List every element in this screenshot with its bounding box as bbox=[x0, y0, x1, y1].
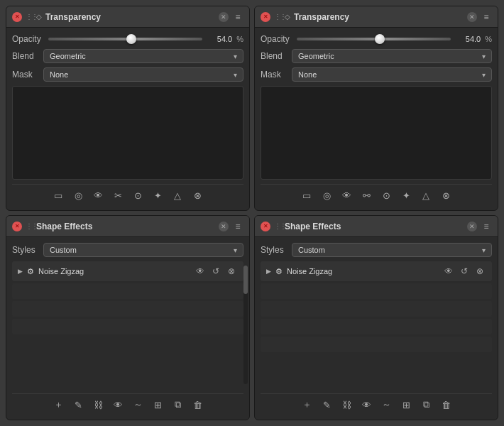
se-edit-icon-left[interactable]: ✎ bbox=[70, 397, 86, 413]
mask-select-right[interactable]: None ▾ bbox=[292, 67, 492, 82]
mask-select-left[interactable]: None ▾ bbox=[43, 67, 243, 82]
se-wave-icon-left[interactable]: ～ bbox=[130, 397, 146, 413]
se-toolbar-left: ＋ ✎ ⛓ 👁 ～ ⊞ ⧉ 🗑 bbox=[12, 393, 243, 414]
se-toolbar-right: ＋ ✎ ⛓ 👁 ～ ⊞ ⧉ 🗑 bbox=[261, 393, 492, 414]
tool-sun-icon[interactable]: ✦ bbox=[150, 187, 165, 203]
close-button-right[interactable]: ✕ bbox=[261, 12, 270, 22]
slider-thumb-right[interactable] bbox=[375, 34, 385, 44]
effect-reset-left[interactable]: ↺ bbox=[209, 265, 222, 278]
effect-eye-left[interactable]: 👁 bbox=[194, 265, 207, 278]
se-add2-icon-left[interactable]: ⊞ bbox=[150, 397, 165, 413]
effect-remove-left[interactable]: ⊗ bbox=[225, 265, 238, 278]
panel-close-x-right[interactable]: ✕ bbox=[467, 12, 477, 22]
tool-x2-icon-r[interactable]: ⊗ bbox=[438, 187, 454, 203]
effect-reset-right[interactable]: ↺ bbox=[458, 265, 471, 278]
tool-dot2-icon-r[interactable]: ⊙ bbox=[378, 187, 394, 203]
tool-scissors-icon[interactable]: ✂ bbox=[110, 187, 126, 203]
se-copy-icon-left[interactable]: ⧉ bbox=[170, 397, 185, 413]
tool-sun2-icon-r[interactable]: ✦ bbox=[398, 187, 414, 203]
effect-expand-left[interactable]: ▶ bbox=[18, 268, 23, 275]
opacity-pct-left: % bbox=[236, 35, 243, 43]
tool-eye-icon[interactable]: 👁 bbox=[90, 187, 106, 203]
panel-menu-left[interactable]: ≡ bbox=[232, 11, 243, 23]
slider-track-right bbox=[297, 38, 451, 40]
se-trash-icon-left[interactable]: 🗑 bbox=[190, 397, 205, 413]
mask-value-left: None bbox=[50, 70, 68, 79]
mask-row-left: Mask None ▾ bbox=[12, 67, 243, 82]
styles-label-right: Styles bbox=[261, 245, 287, 255]
styles-value-right: Custom bbox=[298, 246, 325, 254]
opacity-value-left: 54.0 bbox=[207, 35, 232, 43]
empty-rows-right bbox=[261, 283, 492, 389]
scrollbar-left[interactable] bbox=[243, 266, 248, 384]
se-link-icon-right[interactable]: ⛓ bbox=[339, 397, 354, 413]
tool-circle-icon-r[interactable]: ◎ bbox=[319, 187, 334, 203]
tool-triangle-icon[interactable]: △ bbox=[170, 187, 185, 203]
empty-row-4-right bbox=[261, 337, 492, 352]
styles-select-right[interactable]: Custom ▾ bbox=[292, 243, 492, 257]
blend-row-left: Blend Geometric ▾ bbox=[12, 49, 243, 63]
panel-close-x-left[interactable]: ✕ bbox=[219, 12, 229, 22]
se-panel-close-x-right[interactable]: ✕ bbox=[467, 222, 477, 231]
opacity-row-right: Opacity 54.0 % bbox=[261, 33, 492, 45]
shape-effects-title-left: Shape Effects bbox=[36, 222, 215, 231]
effect-name-left: Noise Zigzag bbox=[38, 267, 190, 275]
styles-arrow-left: ▾ bbox=[234, 246, 237, 254]
blend-select-right[interactable]: Geometric ▾ bbox=[292, 49, 492, 63]
se-add2-icon-right[interactable]: ⊞ bbox=[398, 397, 414, 413]
se-wave-icon-right[interactable]: ～ bbox=[378, 397, 394, 413]
effects-list-left: ▶ ⚙ Noise Zigzag 👁 ↺ ⊗ bbox=[12, 261, 243, 389]
tool-rect-icon[interactable]: ▭ bbox=[50, 187, 66, 203]
styles-select-left[interactable]: Custom ▾ bbox=[43, 243, 243, 257]
effect-eye-right[interactable]: 👁 bbox=[442, 265, 455, 278]
se-close-button-left[interactable]: ✕ bbox=[12, 222, 22, 231]
mask-arrow-left: ▾ bbox=[234, 71, 237, 79]
drag-handle-left: ⋮⋮ bbox=[26, 12, 33, 22]
close-button-left[interactable]: ✕ bbox=[12, 12, 22, 22]
styles-row-left: Styles Custom ▾ bbox=[12, 243, 243, 257]
scrollbar-thumb-left[interactable] bbox=[243, 266, 248, 294]
se-panel-close-x-left[interactable]: ✕ bbox=[219, 222, 229, 231]
se-copy-icon-right[interactable]: ⧉ bbox=[418, 397, 434, 413]
transparency-icon-right: ◇ bbox=[285, 13, 290, 21]
transparency-panel-right: ✕ ⋮⋮ ◇ Transparency ✕ ≡ Opacity 54.0 % B… bbox=[254, 6, 498, 211]
effect-expand-right[interactable]: ▶ bbox=[266, 268, 271, 275]
opacity-slider-left[interactable] bbox=[48, 33, 202, 45]
se-edit-icon-right[interactable]: ✎ bbox=[319, 397, 334, 413]
se-close-button-right[interactable]: ✕ bbox=[261, 222, 270, 231]
se-add-icon-left[interactable]: ＋ bbox=[50, 397, 66, 413]
shape-effects-header-right: ✕ ⋮⋮ Shape Effects ✕ ≡ bbox=[255, 216, 498, 237]
effects-list-right: ▶ ⚙ Noise Zigzag 👁 ↺ ⊗ bbox=[261, 261, 492, 389]
tool-eye-icon-r[interactable]: 👁 bbox=[339, 187, 354, 203]
se-panel-menu-left[interactable]: ≡ bbox=[232, 221, 243, 232]
shape-effects-title-right: Shape Effects bbox=[285, 222, 464, 231]
tool-triangle2-icon-r[interactable]: △ bbox=[418, 187, 434, 203]
blend-select-left[interactable]: Geometric ▾ bbox=[43, 49, 243, 63]
tool-rect-icon-r[interactable]: ▭ bbox=[299, 187, 314, 203]
effect-remove-right[interactable]: ⊗ bbox=[473, 265, 486, 278]
tool-circle-icon[interactable]: ◎ bbox=[70, 187, 86, 203]
se-eye-icon-left[interactable]: 👁 bbox=[110, 397, 126, 413]
effect-noise-icon-right: ⚙ bbox=[275, 267, 283, 276]
tool-x-icon[interactable]: ⊗ bbox=[190, 187, 205, 203]
opacity-slider-right[interactable] bbox=[297, 33, 451, 45]
opacity-row-left: Opacity 54.0 % bbox=[12, 33, 243, 45]
transparency-title-right: Transparency bbox=[294, 12, 464, 22]
se-link-icon-left[interactable]: ⛓ bbox=[90, 397, 106, 413]
se-trash-icon-right[interactable]: 🗑 bbox=[438, 397, 454, 413]
mask-arrow-right: ▾ bbox=[482, 71, 486, 79]
transparency-preview-left bbox=[12, 86, 243, 180]
opacity-value-right: 54.0 bbox=[455, 35, 481, 43]
se-drag-handle-left: ⋮⋮ bbox=[26, 222, 33, 231]
panel-menu-right[interactable]: ≡ bbox=[481, 11, 492, 23]
tool-dot-icon[interactable]: ⊙ bbox=[130, 187, 146, 203]
empty-row-3-left bbox=[12, 319, 243, 334]
shape-effects-panel-right: ✕ ⋮⋮ Shape Effects ✕ ≡ Styles Custom ▾ ▶… bbox=[254, 215, 498, 420]
se-add-icon-right[interactable]: ＋ bbox=[299, 397, 314, 413]
tool-link-icon-r[interactable]: ⚯ bbox=[358, 187, 374, 203]
se-panel-menu-right[interactable]: ≡ bbox=[481, 221, 492, 232]
blend-value-right: Geometric bbox=[298, 52, 334, 60]
slider-thumb-left[interactable] bbox=[126, 34, 136, 44]
transparency-panel-left: ✕ ⋮⋮ ◇ Transparency ✕ ≡ Opacity 54.0 % B… bbox=[6, 6, 250, 211]
se-eye-icon-right[interactable]: 👁 bbox=[358, 397, 374, 413]
